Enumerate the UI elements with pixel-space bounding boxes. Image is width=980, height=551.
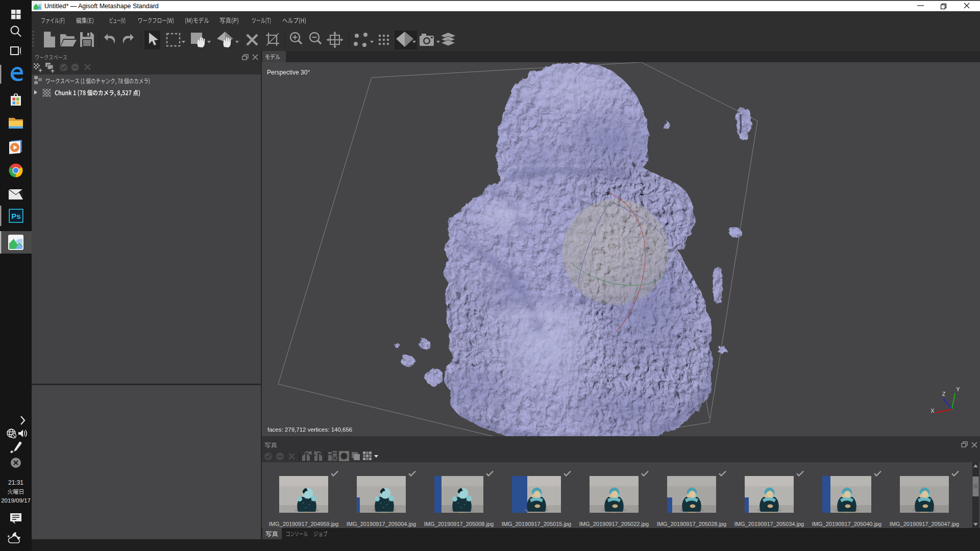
svg-text:faces: 279,712 vertices: 140,: faces: 279,712 vertices: 140,656 <box>267 427 352 433</box>
svg-text:Untitled* — Agisoft Metashape: Untitled* — Agisoft Metashape Standard <box>44 3 159 10</box>
svg-text:21:31: 21:31 <box>8 479 23 486</box>
svg-text:Z: Z <box>942 391 946 397</box>
svg-text:IMG_20190917_205022.jpg: IMG_20190917_205022.jpg <box>579 521 649 527</box>
svg-text:IMG_20190917_205028.jpg: IMG_20190917_205028.jpg <box>657 521 726 527</box>
svg-text:Perspective 30°: Perspective 30° <box>267 69 310 76</box>
svg-text:IMG_20190917_205040.jpg: IMG_20190917_205040.jpg <box>812 521 881 527</box>
svg-text:IMG_20190917_205015.jpg: IMG_20190917_205015.jpg <box>502 521 571 527</box>
svg-text:IMG_20190917_205008.jpg: IMG_20190917_205008.jpg <box>424 521 494 527</box>
svg-text:IMG_20190917_205034.jpg: IMG_20190917_205034.jpg <box>734 521 804 527</box>
svg-text:2019/09/17: 2019/09/17 <box>1 497 31 504</box>
svg-text:Ps: Ps <box>11 212 20 220</box>
svg-text:IMG_20190917_204959.jpg: IMG_20190917_204959.jpg <box>269 521 338 527</box>
svg-text:IMG_20190917_205047.jpg: IMG_20190917_205047.jpg <box>890 521 959 527</box>
svg-text:Y: Y <box>956 386 960 392</box>
svg-text:IMG_20190917_205004.jpg: IMG_20190917_205004.jpg <box>347 521 416 527</box>
svg-text:X: X <box>930 408 935 414</box>
